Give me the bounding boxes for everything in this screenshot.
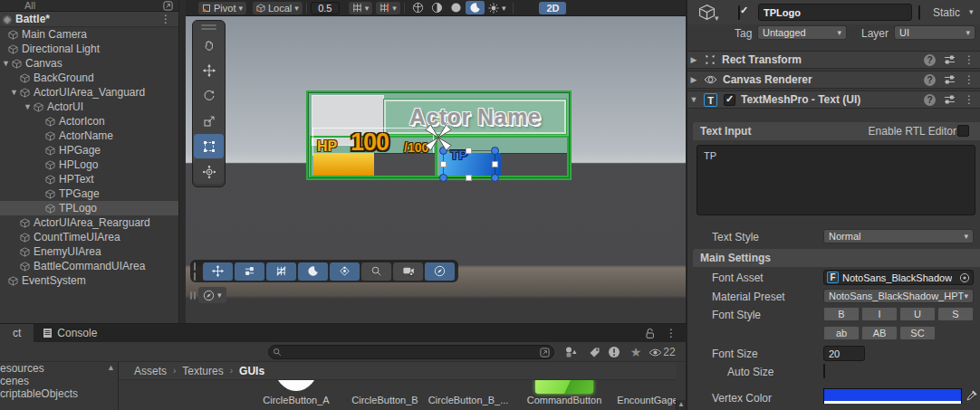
move-tool-button[interactable] bbox=[194, 58, 224, 82]
hierarchy-item-actoruiarea_rearguard[interactable]: ActorUIArea_Rearguard bbox=[0, 215, 178, 230]
breadcrumb-item-guis[interactable]: GUIs bbox=[239, 365, 264, 377]
text-input-area[interactable]: TP bbox=[697, 145, 975, 215]
hand-tool-button[interactable] bbox=[194, 33, 224, 57]
grid-snap-button[interactable] bbox=[266, 262, 296, 281]
hierarchy-item-directional light[interactable]: Directional Light bbox=[0, 42, 178, 56]
rtl-checkbox[interactable] bbox=[957, 125, 969, 137]
project-search-field[interactable] bbox=[268, 345, 554, 359]
hierarchy-item-actorname[interactable]: ActorName bbox=[0, 129, 178, 143]
scene-audio-toggle[interactable] bbox=[428, 2, 447, 14]
asset-item-commandbutton[interactable]: CommandButton bbox=[523, 380, 606, 410]
hierarchy-scrollbar[interactable] bbox=[178, 0, 186, 323]
hidden-count-eye[interactable]: 22 bbox=[647, 344, 677, 360]
expand-arrow-icon[interactable]: ▼ bbox=[22, 102, 34, 111]
unlock-icon[interactable] bbox=[645, 328, 655, 339]
font-style-button-u[interactable]: U bbox=[899, 307, 936, 321]
camera-overlay-button[interactable] bbox=[393, 262, 423, 281]
anchor-gizmo-icon[interactable] bbox=[424, 123, 453, 152]
gizmos-button[interactable] bbox=[330, 262, 360, 281]
font-style-button-i[interactable]: I bbox=[861, 307, 898, 321]
folder-item-criptableobjects[interactable]: criptableObjects bbox=[0, 387, 118, 400]
local-dropdown[interactable]: Local▾ bbox=[253, 2, 303, 14]
text-style-dropdown[interactable]: Normal▾ bbox=[823, 229, 974, 243]
snap-settings-dropdown[interactable]: ▾ bbox=[376, 2, 400, 14]
tab-console[interactable]: Console bbox=[34, 324, 106, 342]
foldout-arrow-icon[interactable]: ▼ bbox=[687, 95, 700, 104]
tool-settings-button[interactable] bbox=[235, 262, 264, 281]
tag-dropdown[interactable]: Untagged▾ bbox=[757, 25, 847, 40]
hierarchy-item-canvas[interactable]: ▼Canvas bbox=[0, 56, 178, 71]
eyedropper-icon[interactable] bbox=[966, 389, 978, 402]
font-style-button-b[interactable]: B bbox=[823, 307, 860, 321]
overlay-drag-handle[interactable] bbox=[194, 262, 199, 281]
vertex-color-swatch[interactable] bbox=[823, 388, 962, 404]
expand-arrow-icon[interactable]: ▼ bbox=[8, 88, 20, 97]
hierarchy-item-tpgage[interactable]: TPGage bbox=[0, 186, 178, 201]
hierarchy-item-enemyuiarea[interactable]: EnemyUIArea bbox=[0, 244, 178, 259]
mode-2d-button[interactable]: 2D bbox=[539, 2, 566, 14]
actor-ui-preview[interactable]: Actor Name HP 100 /100 TP bbox=[306, 91, 572, 180]
asset-item-circlebutton-b-[interactable]: CircleButton_B_... bbox=[427, 380, 510, 410]
main-settings-band[interactable]: Main Settings bbox=[693, 249, 980, 267]
component-header-rect-transform[interactable]: ▶Rect Transform?⋮ bbox=[687, 51, 980, 69]
hierarchy-item-main camera[interactable]: Main Camera bbox=[0, 27, 178, 42]
search-by-type-icon[interactable] bbox=[562, 344, 580, 360]
scene-kebab-icon[interactable]: ⋮ bbox=[160, 13, 171, 25]
rect-transform-gizmo[interactable] bbox=[443, 150, 495, 178]
hierarchy-item-hpgage[interactable]: HPGage bbox=[0, 143, 178, 157]
search-overlay-button[interactable] bbox=[361, 262, 391, 281]
font-case-button-ab[interactable]: AB bbox=[861, 326, 898, 340]
folder-item-esources[interactable]: esources bbox=[0, 362, 118, 375]
scene-effects-toggle[interactable] bbox=[447, 2, 466, 14]
font-case-button-sc[interactable]: SC bbox=[899, 326, 936, 340]
pivot-dropdown[interactable]: Pivot▾ bbox=[198, 2, 246, 14]
search-picker-icon[interactable] bbox=[540, 348, 550, 358]
hierarchy-item-battlecommanduiarea[interactable]: BattleCommandUIArea bbox=[0, 259, 178, 273]
object-name-field[interactable]: TPLogo bbox=[758, 4, 912, 21]
grid-opacity-field[interactable]: 0.5 bbox=[311, 2, 340, 14]
rotate-tool-button[interactable] bbox=[194, 83, 224, 108]
material-preset-dropdown[interactable]: NotoSans_BlackShadow_HPT▾ bbox=[823, 289, 974, 303]
component-kebab-icon[interactable]: ⋮ bbox=[964, 53, 975, 66]
hierarchy-item-eventsystem[interactable]: EventSystem bbox=[0, 273, 178, 288]
text-input-band[interactable]: Text Input Enable RTL Editor bbox=[693, 122, 980, 140]
hierarchy-item-hptext[interactable]: HPText bbox=[0, 172, 178, 186]
presets-icon[interactable] bbox=[944, 94, 956, 105]
expand-arrow-icon[interactable]: ▼ bbox=[0, 59, 12, 68]
orientation-overlay-button[interactable] bbox=[425, 262, 455, 281]
foldout-arrow-icon[interactable]: ▶ bbox=[687, 55, 700, 64]
grid-visibility-dropdown[interactable]: ▾ bbox=[349, 2, 373, 14]
font-case-button-ab[interactable]: ab bbox=[823, 326, 860, 340]
project-scrollbar[interactable]: ▲ bbox=[676, 400, 686, 410]
presets-icon[interactable] bbox=[944, 54, 956, 65]
camera-view-dropdown[interactable]: ▾ bbox=[198, 287, 226, 303]
rect-tool-button[interactable] bbox=[194, 134, 224, 158]
view-options-button[interactable] bbox=[298, 262, 328, 281]
active-checkbox[interactable] bbox=[738, 5, 740, 20]
overlay-drag-handle[interactable] bbox=[190, 291, 196, 300]
hierarchy-item-hplogo[interactable]: HPLogo bbox=[0, 157, 178, 172]
auto-size-checkbox[interactable] bbox=[823, 364, 825, 378]
font-asset-field[interactable]: F NotoSans_BlackShadow bbox=[823, 270, 974, 285]
hierarchy-item-actoricon[interactable]: ActorIcon bbox=[0, 114, 178, 129]
component-header-canvas-renderer[interactable]: ▶Canvas Renderer?⋮ bbox=[687, 71, 980, 89]
static-dropdown-caret[interactable]: ▾ bbox=[969, 7, 974, 16]
hierarchy-item-counttimeuiarea[interactable]: CountTimeUIArea bbox=[0, 230, 178, 244]
scene-visibility-toggle[interactable] bbox=[466, 1, 485, 14]
presets-icon[interactable] bbox=[944, 74, 956, 85]
transform-tool-button[interactable] bbox=[194, 159, 224, 184]
asset-item-circlebutton-a[interactable]: CircleButton_A bbox=[255, 380, 338, 410]
hierarchy-scene-row[interactable]: Battle* ⋮ bbox=[0, 12, 178, 27]
component-enabled-checkbox[interactable] bbox=[724, 94, 735, 106]
scale-tool-button[interactable] bbox=[194, 109, 224, 133]
hidden-packages-icon[interactable] bbox=[605, 344, 623, 360]
breadcrumb-item-assets[interactable]: Assets bbox=[134, 365, 167, 377]
hierarchy-item-actoruiarea_vanguard[interactable]: ▼ActorUIArea_Vanguard bbox=[0, 85, 178, 100]
move-overlay-button[interactable] bbox=[203, 262, 233, 281]
tab-project-partial[interactable]: ct bbox=[0, 324, 34, 342]
layer-dropdown[interactable]: UI▾ bbox=[894, 25, 975, 40]
folder-item-cenes[interactable]: cenes bbox=[0, 375, 118, 387]
help-icon[interactable]: ? bbox=[924, 54, 936, 66]
scene-lighting-toggle[interactable] bbox=[408, 2, 428, 14]
asset-item-encountgage[interactable]: EncountGage bbox=[606, 380, 676, 410]
